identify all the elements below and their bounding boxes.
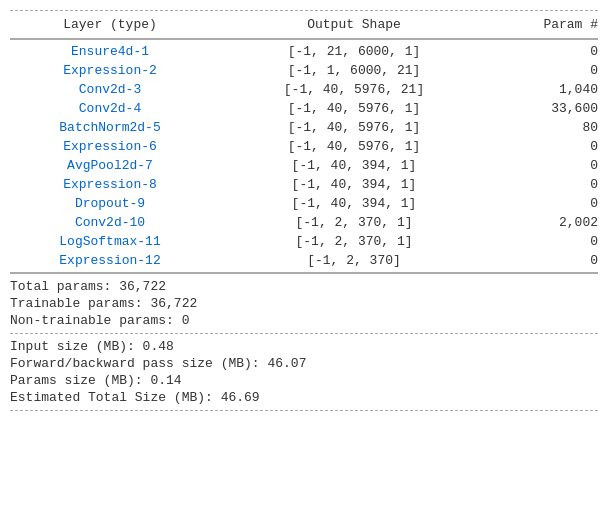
- total-size: Estimated Total Size (MB): 46.69: [10, 389, 598, 406]
- row-param: 0: [498, 196, 598, 211]
- row-layer: Dropout-9: [10, 196, 210, 211]
- row-param: 0: [498, 139, 598, 154]
- row-layer: Expression-2: [10, 63, 210, 78]
- table-row: BatchNorm2d-5 [-1, 40, 5976, 1] 80: [10, 118, 598, 137]
- row-param: 1,040: [498, 82, 598, 97]
- header-divider: [10, 38, 598, 40]
- row-layer: Expression-8: [10, 177, 210, 192]
- table-row: Ensure4d-1 [-1, 21, 6000, 1] 0: [10, 42, 598, 61]
- table-row: AvgPool2d-7 [-1, 40, 394, 1] 0: [10, 156, 598, 175]
- bottom-divider: [10, 410, 598, 411]
- non-trainable-params: Non-trainable params: 0: [10, 312, 598, 329]
- row-shape: [-1, 40, 394, 1]: [254, 177, 454, 192]
- row-param: 33,600: [498, 101, 598, 116]
- summary-divider: [10, 333, 598, 334]
- table-row: Expression-12 [-1, 2, 370] 0: [10, 251, 598, 270]
- table-row: Expression-8 [-1, 40, 394, 1] 0: [10, 175, 598, 194]
- row-layer: LogSoftmax-11: [10, 234, 210, 249]
- info-section: Input size (MB): 0.48 Forward/backward p…: [10, 338, 598, 406]
- row-shape: [-1, 2, 370]: [254, 253, 454, 268]
- row-param: 0: [498, 63, 598, 78]
- fwd-bwd-size: Forward/backward pass size (MB): 46.07: [10, 355, 598, 372]
- row-layer: BatchNorm2d-5: [10, 120, 210, 135]
- table-row: LogSoftmax-11 [-1, 2, 370, 1] 0: [10, 232, 598, 251]
- model-summary-table: Layer (type) Output Shape Param # Ensure…: [10, 10, 598, 411]
- table-row: Expression-2 [-1, 1, 6000, 21] 0: [10, 61, 598, 80]
- header-shape: Output Shape: [254, 17, 454, 32]
- table-row: Expression-6 [-1, 40, 5976, 1] 0: [10, 137, 598, 156]
- row-layer: Conv2d-4: [10, 101, 210, 116]
- row-shape: [-1, 40, 5976, 1]: [254, 101, 454, 116]
- row-layer: Conv2d-10: [10, 215, 210, 230]
- table-row: Conv2d-10 [-1, 2, 370, 1] 2,002: [10, 213, 598, 232]
- row-shape: [-1, 40, 394, 1]: [254, 196, 454, 211]
- row-param: 0: [498, 44, 598, 59]
- row-param: 0: [498, 234, 598, 249]
- row-layer: Conv2d-3: [10, 82, 210, 97]
- row-shape: [-1, 40, 5976, 21]: [254, 82, 454, 97]
- row-shape: [-1, 2, 370, 1]: [254, 234, 454, 249]
- row-param: 80: [498, 120, 598, 135]
- trainable-params: Trainable params: 36,722: [10, 295, 598, 312]
- row-param: 0: [498, 177, 598, 192]
- row-layer: AvgPool2d-7: [10, 158, 210, 173]
- table-row: Conv2d-4 [-1, 40, 5976, 1] 33,600: [10, 99, 598, 118]
- row-shape: [-1, 21, 6000, 1]: [254, 44, 454, 59]
- header-param: Param #: [498, 17, 598, 32]
- row-param: 0: [498, 253, 598, 268]
- table-row: Dropout-9 [-1, 40, 394, 1] 0: [10, 194, 598, 213]
- row-shape: [-1, 40, 394, 1]: [254, 158, 454, 173]
- row-shape: [-1, 1, 6000, 21]: [254, 63, 454, 78]
- row-shape: [-1, 40, 5976, 1]: [254, 120, 454, 135]
- table-body: Ensure4d-1 [-1, 21, 6000, 1] 0 Expressio…: [10, 42, 598, 270]
- row-layer: Expression-6: [10, 139, 210, 154]
- table-header: Layer (type) Output Shape Param #: [10, 13, 598, 36]
- row-param: 0: [498, 158, 598, 173]
- row-shape: [-1, 2, 370, 1]: [254, 215, 454, 230]
- input-size: Input size (MB): 0.48: [10, 338, 598, 355]
- row-param: 2,002: [498, 215, 598, 230]
- total-params: Total params: 36,722: [10, 278, 598, 295]
- header-layer: Layer (type): [10, 17, 210, 32]
- table-row: Conv2d-3 [-1, 40, 5976, 21] 1,040: [10, 80, 598, 99]
- row-shape: [-1, 40, 5976, 1]: [254, 139, 454, 154]
- summary-section: Total params: 36,722 Trainable params: 3…: [10, 278, 598, 329]
- footer-divider: [10, 272, 598, 274]
- params-size: Params size (MB): 0.14: [10, 372, 598, 389]
- top-divider: [10, 10, 598, 11]
- row-layer: Ensure4d-1: [10, 44, 210, 59]
- row-layer: Expression-12: [10, 253, 210, 268]
